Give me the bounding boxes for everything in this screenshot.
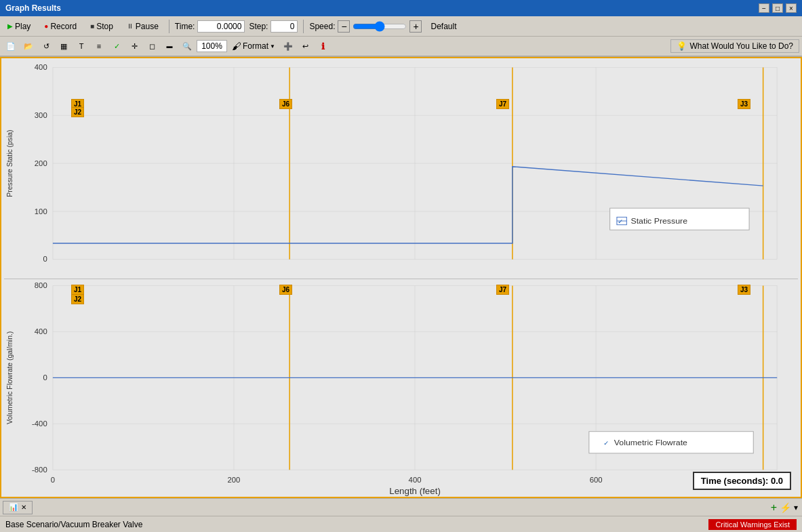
bottom-status-bar: Base Scenario/Vacuum Breaker Valve Criti… [0, 516, 802, 532]
time-badge: Time (seconds): 0.0 [693, 472, 791, 490]
new-button[interactable]: 📄 [3, 38, 19, 54]
speed-slider[interactable] [353, 22, 407, 30]
svg-text:-800: -800 [32, 466, 47, 474]
bottom-chart-svg: 800 400 0 -400 -800 Volumetric Flowrate … [4, 279, 798, 497]
separator2 [303, 20, 304, 33]
stop-icon: ■ [90, 22, 94, 30]
svg-text:400: 400 [409, 476, 422, 484]
svg-text:200: 200 [228, 476, 241, 484]
tab-bolt-button[interactable]: ⚡ [780, 502, 791, 513]
toolbar-row2: 📄 📂 ↺ ▦ T ≡ ✓ ✛ ◻ ▬ 🔍 100% 🖌 Format ▼ ➕ … [0, 37, 802, 57]
record-label: Record [50, 22, 77, 31]
refresh-button[interactable]: ↺ [38, 38, 54, 54]
time-value: 0.0000 [197, 20, 245, 33]
time-display: Time: 0.0000 [175, 20, 245, 33]
tab-icon: 📊 [9, 503, 18, 512]
play-icon: ▶ [7, 22, 13, 30]
step-display: Step: 0 [249, 20, 298, 33]
pause-label: Pause [136, 22, 159, 31]
table-button[interactable]: ▦ [56, 38, 72, 54]
svg-text:Volumetric Flowrate: Volumetric Flowrate [614, 438, 688, 447]
move-button[interactable]: ✛ [126, 38, 142, 54]
format-dropdown-icon: ▼ [270, 43, 275, 49]
help-button[interactable]: 💡 What Would You Like to Do? [670, 39, 799, 53]
bottom-chart: 800 400 0 -400 -800 Volumetric Flowrate … [4, 279, 798, 497]
svg-text:Volumetric Flowrate (gal/min.): Volumetric Flowrate (gal/min.) [5, 331, 14, 424]
minimize-button[interactable]: − [759, 3, 769, 13]
play-label: Play [15, 22, 31, 31]
info-button[interactable]: ℹ [315, 38, 332, 54]
window-title: Graph Results [5, 3, 61, 13]
time-badge-text: Time (seconds): 0.0 [701, 476, 783, 486]
check-button[interactable]: ✓ [108, 38, 125, 54]
step-value: 0 [270, 20, 298, 33]
tab-close-button[interactable]: ✕ [21, 504, 26, 511]
open-button[interactable]: 📂 [20, 38, 37, 54]
list-button[interactable]: ≡ [91, 38, 107, 54]
stop-label: Stop [96, 22, 113, 31]
plugin2-button[interactable]: ↩ [298, 38, 314, 54]
maximize-button[interactable]: □ [772, 3, 783, 13]
default-button[interactable]: Default [426, 18, 461, 35]
tab-item-1[interactable]: 📊 ✕ [3, 501, 33, 514]
svg-text:600: 600 [590, 476, 603, 484]
select-button[interactable]: ◻ [144, 38, 160, 54]
format-icon: 🖌 [232, 41, 241, 52]
help-icon: 💡 [677, 41, 687, 51]
warning-badge: Critical Warnings Exist [708, 519, 797, 530]
tab-more-button[interactable]: ▾ [794, 503, 798, 512]
svg-text:0: 0 [43, 255, 47, 263]
pause-icon: ⏸ [127, 22, 134, 30]
record-button[interactable]: ● Record [39, 18, 81, 35]
svg-text:400: 400 [35, 64, 47, 71]
close-button[interactable]: × [786, 3, 797, 13]
title-bar: Graph Results − □ × [0, 0, 802, 16]
format-label: Format [243, 41, 268, 51]
svg-text:✓: ✓ [603, 439, 609, 447]
svg-text:400: 400 [35, 328, 47, 335]
svg-text:0: 0 [43, 374, 47, 382]
svg-text:200: 200 [35, 159, 47, 167]
time-label: Time: [175, 22, 195, 31]
scenario-path: Base Scenario/Vacuum Breaker Valve [5, 520, 142, 529]
svg-text:✓: ✓ [618, 218, 623, 225]
speed-label: Speed: [309, 22, 335, 31]
top-chart-svg: 400 300 200 100 0 Pressure Static (psia)… [4, 61, 798, 279]
separator1 [169, 20, 169, 33]
zoom-display: 100% [197, 40, 227, 52]
tab-add-button[interactable]: + [771, 502, 777, 514]
svg-text:0: 0 [51, 476, 55, 484]
top-chart: 400 300 200 100 0 Pressure Static (psia)… [4, 61, 798, 279]
tab-bar: 📊 ✕ + ⚡ ▾ [0, 498, 802, 516]
tab-list: 📊 ✕ [0, 499, 35, 516]
pause-button[interactable]: ⏸ Pause [122, 18, 163, 35]
record-icon: ● [44, 22, 48, 30]
svg-text:Static Pressure: Static Pressure [630, 216, 687, 225]
svg-text:300: 300 [35, 111, 47, 119]
default-label: Default [430, 22, 456, 31]
play-button[interactable]: ▶ Play [3, 18, 35, 35]
svg-text:-400: -400 [32, 420, 47, 428]
svg-text:800: 800 [35, 282, 47, 289]
rect-button[interactable]: ▬ [161, 38, 178, 54]
stop-button[interactable]: ■ Stop [85, 18, 118, 35]
toolbar-row1: ▶ Play ● Record ■ Stop ⏸ Pause Time: 0.0… [0, 16, 802, 37]
help-label: What Would You Like to Do? [689, 41, 793, 51]
title-controls: − □ × [759, 3, 797, 13]
speed-control: Speed: − + [309, 20, 422, 33]
svg-text:Length (feet): Length (feet) [389, 487, 441, 496]
step-label: Step: [249, 22, 268, 31]
text-button[interactable]: T [73, 38, 89, 54]
plugin1-button[interactable]: ➕ [280, 38, 296, 54]
speed-minus-button[interactable]: − [338, 20, 350, 33]
svg-text:Pressure Static (psia): Pressure Static (psia) [5, 129, 14, 197]
speed-plus-button[interactable]: + [409, 20, 422, 33]
main-window: Graph Results − □ × ▶ Play ● Record ■ St… [0, 0, 802, 532]
zoom-button[interactable]: 🔍 [179, 38, 195, 54]
chart-area: 400 300 200 100 0 Pressure Static (psia)… [0, 57, 802, 498]
svg-text:100: 100 [35, 207, 47, 215]
format-button[interactable]: 🖌 Format ▼ [228, 38, 279, 54]
